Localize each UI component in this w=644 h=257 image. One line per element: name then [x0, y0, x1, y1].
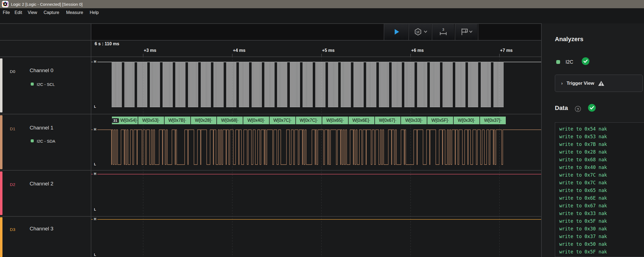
menu-item-help[interactable]: Help — [90, 10, 99, 15]
title-bar[interactable]: Logic 2 [Logic - Connected] [Session 0] — [0, 0, 644, 8]
channel-divider — [0, 170, 541, 171]
annotation-text: W[0x7C]· — [273, 118, 292, 123]
menu-item-measure[interactable]: Measure — [66, 10, 83, 15]
data-row-16[interactable]: write to 0x5F nak — [559, 248, 644, 256]
annotation-text: W[0x53]· — [142, 118, 160, 123]
data-row-13[interactable]: write to 0x30 nak — [559, 225, 644, 233]
channel-divider — [0, 114, 541, 114]
channel-color-strip-d1 — [0, 115, 2, 169]
scl-waveform — [91, 62, 541, 107]
data-row-7[interactable]: write to 0x7C nak — [559, 179, 644, 187]
channel-1-name[interactable]: Channel 1 — [30, 125, 53, 131]
i2c-annotation-2[interactable]: W[0x7B]· — [165, 117, 190, 124]
trigger-view-button[interactable]: › Trigger View — [555, 75, 643, 92]
channel-d0-id: D0 — [10, 69, 15, 74]
channel-d1-id: D1 — [10, 126, 15, 131]
i2c-analyzer-name[interactable]: I2C — [566, 59, 573, 65]
data-row-1[interactable]: write to 0x53 nak — [559, 133, 644, 140]
annotation-text: W[0x65]· — [326, 118, 344, 123]
data-row-5[interactable]: write to 0x40 nak — [559, 163, 644, 171]
annotation-text: W[0x40]· — [247, 118, 265, 123]
window-title: Logic 2 [Logic - Connected] [Session 0] — [11, 2, 83, 7]
channel-d2-id: D2 — [10, 182, 15, 187]
annotation-text: W[0x7C]· — [300, 118, 318, 123]
level-low-badge: L — [93, 253, 97, 257]
data-row-6[interactable]: write to 0x7C nak — [559, 171, 644, 179]
annotation-text: W[0x30]· — [458, 118, 475, 123]
i2c-analyzer-color-dot — [556, 60, 560, 64]
i2c-annotation-13[interactable]: W[0x30]· — [454, 117, 479, 124]
i2c-annotation-14[interactable]: W[0x37]· — [480, 117, 506, 124]
analyzer-label-scl[interactable]: I2C - SCL — [37, 82, 55, 87]
data-ok-badge — [588, 104, 596, 112]
menu-item-view[interactable]: View — [28, 10, 37, 15]
trigger-view-label: Trigger View — [567, 81, 594, 86]
data-row-15[interactable]: write to 0x50 nak — [559, 240, 644, 248]
data-row-9[interactable]: write to 0x6E nak — [559, 194, 644, 202]
data-row-12[interactable]: write to 0x5F nak — [559, 217, 644, 225]
annotation-text: W[0x68]· — [221, 118, 239, 123]
channel-0-name[interactable]: Channel 0 — [30, 67, 53, 74]
annotation-count-badge: 31 — [112, 118, 119, 123]
i2c-annotation-5[interactable]: W[0x40]· — [243, 117, 269, 124]
annotation-text: W[0x33]· — [405, 118, 423, 123]
app-icon — [2, 1, 9, 7]
level-low-badge: L — [93, 207, 97, 212]
menu-item-edit[interactable]: Edit — [15, 10, 22, 15]
i2c-annotation-0[interactable]: 31W[0x54]· — [112, 117, 138, 124]
i2c-analyzer-ok-badge — [582, 57, 589, 65]
annotation-text: W[0x7B]· — [168, 118, 187, 123]
channel-color-strip-d0 — [0, 58, 2, 112]
annotation-text: W[0x28]· — [195, 118, 213, 123]
analyzers-title: Analyzers — [555, 36, 583, 43]
data-row-8[interactable]: write to 0x65 nak — [559, 187, 644, 194]
channel-color-strip-d2 — [0, 171, 2, 215]
level-high-badge: H — [93, 172, 97, 176]
i2c-annotation-6[interactable]: W[0x7C]· — [270, 117, 295, 124]
annotation-text: W[0x5F]· — [431, 118, 449, 123]
annotation-text: W[0x6E]· — [352, 118, 371, 123]
help-icon[interactable]: ? — [575, 106, 581, 112]
i2c-annotation-3[interactable]: W[0x28]· — [191, 117, 217, 124]
menu-bar: File Edit View Capture Measure Help — [0, 8, 644, 23]
i2c-annotation-11[interactable]: W[0x33]· — [401, 117, 427, 124]
channel-3-name[interactable]: Channel 3 — [30, 226, 53, 232]
chevron-right-icon: › — [561, 81, 563, 86]
data-row-0[interactable]: write to 0x54 nak — [559, 125, 644, 133]
menu-item-file[interactable]: File — [3, 10, 10, 15]
i2c-annotation-1[interactable]: W[0x53]· — [138, 117, 164, 124]
i2c-annotation-8[interactable]: W[0x65]· — [322, 117, 348, 124]
data-row-10[interactable]: write to 0x67 nak — [559, 202, 644, 210]
level-high-badge: H — [93, 127, 97, 132]
i2c-annotation-12[interactable]: W[0x5F]· — [427, 117, 453, 124]
menu-item-capture[interactable]: Capture — [44, 10, 59, 15]
label-column-border — [91, 23, 91, 257]
annotation-bar: 31W[0x54]·W[0x53]·W[0x7B]·W[0x28]·W[0x68… — [112, 117, 506, 124]
data-table[interactable]: write to 0x54 nakwrite to 0x53 nakwrite … — [555, 122, 644, 257]
i2c-annotation-7[interactable]: W[0x7C]· — [296, 117, 322, 124]
analyzer-label-sda[interactable]: I2C - SDA — [37, 139, 55, 143]
data-row-4[interactable]: write to 0x68 nak — [559, 156, 644, 163]
level-high-badge: H — [93, 217, 97, 222]
sda-waveform — [91, 130, 541, 165]
i2c-annotation-10[interactable]: W[0x67]· — [375, 117, 401, 124]
toolbar-bottom-border — [0, 40, 541, 41]
level-low-badge: L — [93, 162, 97, 167]
data-row-17[interactable]: write to 0x5F nak — [559, 256, 644, 257]
data-row-3[interactable]: write to 0x28 nak — [559, 148, 644, 156]
waveform-canvas[interactable] — [91, 23, 541, 257]
analyzer-color-dot-scl — [31, 83, 34, 86]
i2c-annotation-9[interactable]: W[0x6E]· — [349, 117, 374, 124]
data-row-2[interactable]: write to 0x7B nak — [559, 140, 644, 148]
annotation-text: W[0x37]· — [484, 118, 502, 123]
i2c-annotation-4[interactable]: W[0x68]· — [217, 117, 243, 124]
data-row-11[interactable]: write to 0x33 nak — [559, 210, 644, 217]
channel-divider — [0, 216, 541, 217]
data-row-14[interactable]: write to 0x37 nak — [559, 233, 644, 240]
channel-2-name[interactable]: Channel 2 — [30, 181, 53, 187]
warning-icon — [598, 80, 605, 86]
data-title: Data — [555, 105, 568, 112]
annotation-text: W[0x67]· — [379, 118, 397, 123]
logic2-window: Logic 2 [Logic - Connected] [Session 0] … — [0, 0, 644, 257]
timeline-bottom-border — [0, 57, 541, 57]
